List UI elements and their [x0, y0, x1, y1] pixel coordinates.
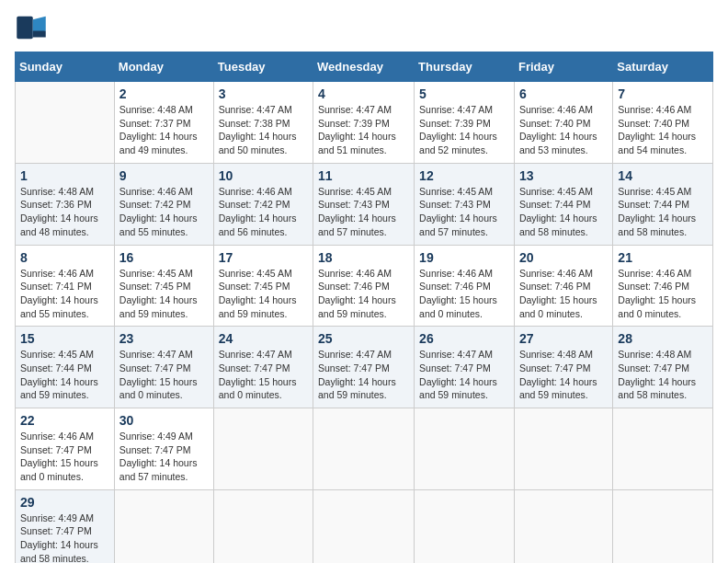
col-header-monday: Monday — [114, 52, 213, 82]
calendar-cell: 26Sunrise: 4:47 AMSunset: 7:47 PMDayligh… — [415, 327, 515, 408]
day-number: 17 — [219, 250, 308, 265]
calendar-cell: 2Sunrise: 4:48 AMSunset: 7:37 PMDaylight… — [114, 82, 213, 164]
calendar-cell: 21Sunrise: 4:46 AMSunset: 7:46 PMDayligh… — [613, 245, 713, 327]
calendar-cell — [16, 82, 115, 164]
day-number: 7 — [618, 86, 708, 101]
day-info: Sunrise: 4:46 AMSunset: 7:40 PMDaylight:… — [519, 104, 597, 155]
svg-marker-2 — [33, 31, 46, 38]
day-info: Sunrise: 4:48 AMSunset: 7:37 PMDaylight:… — [119, 104, 198, 155]
day-number: 22 — [20, 413, 109, 428]
day-info: Sunrise: 4:45 AMSunset: 7:45 PMDaylight:… — [119, 268, 198, 319]
calendar-cell: 25Sunrise: 4:47 AMSunset: 7:47 PMDayligh… — [313, 327, 415, 408]
day-number: 16 — [119, 250, 209, 265]
calendar-cell — [213, 489, 313, 563]
col-header-thursday: Thursday — [415, 52, 515, 82]
calendar-cell — [613, 408, 713, 490]
day-info: Sunrise: 4:48 AMSunset: 7:47 PMDaylight:… — [519, 349, 597, 400]
calendar-cell: 12Sunrise: 4:45 AMSunset: 7:43 PMDayligh… — [415, 163, 515, 245]
calendar-cell: 20Sunrise: 4:46 AMSunset: 7:46 PMDayligh… — [514, 245, 612, 327]
day-number: 11 — [318, 168, 409, 183]
calendar-cell: 10Sunrise: 4:46 AMSunset: 7:42 PMDayligh… — [213, 163, 313, 245]
day-number: 18 — [318, 250, 409, 265]
day-info: Sunrise: 4:47 AMSunset: 7:39 PMDaylight:… — [419, 104, 497, 155]
calendar-cell — [213, 408, 313, 490]
day-number: 27 — [519, 331, 608, 346]
day-info: Sunrise: 4:45 AMSunset: 7:44 PMDaylight:… — [618, 186, 696, 237]
svg-rect-0 — [17, 17, 33, 40]
col-header-sunday: Sunday — [16, 52, 115, 82]
calendar-cell: 7Sunrise: 4:46 AMSunset: 7:40 PMDaylight… — [613, 82, 713, 164]
day-number: 10 — [219, 168, 308, 183]
calendar-cell — [415, 489, 515, 563]
day-number: 2 — [119, 86, 209, 101]
calendar-cell: 18Sunrise: 4:46 AMSunset: 7:46 PMDayligh… — [313, 245, 415, 327]
day-number: 1 — [20, 168, 109, 183]
day-number: 14 — [618, 168, 708, 183]
calendar-cell: 22Sunrise: 4:46 AMSunset: 7:47 PMDayligh… — [16, 408, 115, 490]
day-number: 15 — [20, 331, 109, 346]
col-header-tuesday: Tuesday — [213, 52, 313, 82]
calendar-cell — [415, 408, 515, 490]
day-number: 26 — [419, 331, 509, 346]
day-number: 29 — [20, 495, 109, 510]
day-info: Sunrise: 4:48 AMSunset: 7:36 PMDaylight:… — [20, 186, 98, 237]
day-info: Sunrise: 4:46 AMSunset: 7:41 PMDaylight:… — [20, 268, 98, 319]
day-info: Sunrise: 4:47 AMSunset: 7:47 PMDaylight:… — [318, 349, 396, 400]
calendar-cell: 9Sunrise: 4:46 AMSunset: 7:42 PMDaylight… — [114, 163, 213, 245]
calendar-cell: 6Sunrise: 4:46 AMSunset: 7:40 PMDaylight… — [514, 82, 612, 164]
day-number: 23 — [119, 331, 209, 346]
calendar-row: 15Sunrise: 4:45 AMSunset: 7:44 PMDayligh… — [16, 327, 713, 408]
day-number: 19 — [419, 250, 509, 265]
calendar-row: 22Sunrise: 4:46 AMSunset: 7:47 PMDayligh… — [16, 408, 713, 490]
day-info: Sunrise: 4:49 AMSunset: 7:47 PMDaylight:… — [20, 512, 98, 563]
day-info: Sunrise: 4:45 AMSunset: 7:43 PMDaylight:… — [419, 186, 497, 237]
day-info: Sunrise: 4:47 AMSunset: 7:47 PMDaylight:… — [119, 349, 198, 400]
calendar-cell: 1Sunrise: 4:48 AMSunset: 7:36 PMDaylight… — [16, 163, 115, 245]
calendar-cell: 27Sunrise: 4:48 AMSunset: 7:47 PMDayligh… — [514, 327, 612, 408]
day-number: 3 — [219, 86, 308, 101]
day-number: 21 — [618, 250, 708, 265]
logo-icon — [15, 15, 48, 40]
day-number: 4 — [318, 86, 409, 101]
calendar-cell: 19Sunrise: 4:46 AMSunset: 7:46 PMDayligh… — [415, 245, 515, 327]
calendar-cell: 30Sunrise: 4:49 AMSunset: 7:47 PMDayligh… — [114, 408, 213, 490]
calendar-cell — [313, 489, 415, 563]
day-info: Sunrise: 4:47 AMSunset: 7:47 PMDaylight:… — [419, 349, 497, 400]
day-info: Sunrise: 4:47 AMSunset: 7:39 PMDaylight:… — [318, 104, 396, 155]
day-info: Sunrise: 4:46 AMSunset: 7:46 PMDaylight:… — [618, 268, 696, 319]
calendar-cell — [514, 489, 612, 563]
calendar-cell — [514, 408, 612, 490]
calendar-cell: 4Sunrise: 4:47 AMSunset: 7:39 PMDaylight… — [313, 82, 415, 164]
col-header-friday: Friday — [514, 52, 612, 82]
calendar-cell: 8Sunrise: 4:46 AMSunset: 7:41 PMDaylight… — [16, 245, 115, 327]
day-info: Sunrise: 4:49 AMSunset: 7:47 PMDaylight:… — [119, 431, 198, 482]
calendar-cell: 29Sunrise: 4:49 AMSunset: 7:47 PMDayligh… — [16, 489, 115, 563]
calendar-cell: 13Sunrise: 4:45 AMSunset: 7:44 PMDayligh… — [514, 163, 612, 245]
day-number: 6 — [519, 86, 608, 101]
calendar-cell: 23Sunrise: 4:47 AMSunset: 7:47 PMDayligh… — [114, 327, 213, 408]
day-info: Sunrise: 4:46 AMSunset: 7:46 PMDaylight:… — [419, 268, 497, 319]
day-info: Sunrise: 4:46 AMSunset: 7:46 PMDaylight:… — [318, 268, 396, 319]
day-info: Sunrise: 4:45 AMSunset: 7:44 PMDaylight:… — [519, 186, 597, 237]
calendar-cell: 15Sunrise: 4:45 AMSunset: 7:44 PMDayligh… — [16, 327, 115, 408]
day-info: Sunrise: 4:46 AMSunset: 7:40 PMDaylight:… — [618, 104, 696, 155]
day-info: Sunrise: 4:45 AMSunset: 7:43 PMDaylight:… — [318, 186, 396, 237]
day-number: 28 — [618, 331, 708, 346]
calendar-cell: 24Sunrise: 4:47 AMSunset: 7:47 PMDayligh… — [213, 327, 313, 408]
day-number: 20 — [519, 250, 608, 265]
calendar-row: 8Sunrise: 4:46 AMSunset: 7:41 PMDaylight… — [16, 245, 713, 327]
page-header — [15, 15, 713, 40]
day-info: Sunrise: 4:45 AMSunset: 7:45 PMDaylight:… — [219, 268, 297, 319]
day-number: 9 — [119, 168, 209, 183]
calendar-row: 2Sunrise: 4:48 AMSunset: 7:37 PMDaylight… — [16, 82, 713, 164]
day-info: Sunrise: 4:48 AMSunset: 7:47 PMDaylight:… — [618, 349, 696, 400]
day-number: 8 — [20, 250, 109, 265]
logo — [15, 15, 51, 40]
day-info: Sunrise: 4:47 AMSunset: 7:38 PMDaylight:… — [219, 104, 297, 155]
day-number: 5 — [419, 86, 509, 101]
day-info: Sunrise: 4:46 AMSunset: 7:42 PMDaylight:… — [119, 186, 198, 237]
calendar-row: 1Sunrise: 4:48 AMSunset: 7:36 PMDaylight… — [16, 163, 713, 245]
day-info: Sunrise: 4:45 AMSunset: 7:44 PMDaylight:… — [20, 349, 98, 400]
calendar-cell: 16Sunrise: 4:45 AMSunset: 7:45 PMDayligh… — [114, 245, 213, 327]
day-info: Sunrise: 4:46 AMSunset: 7:46 PMDaylight:… — [519, 268, 597, 319]
